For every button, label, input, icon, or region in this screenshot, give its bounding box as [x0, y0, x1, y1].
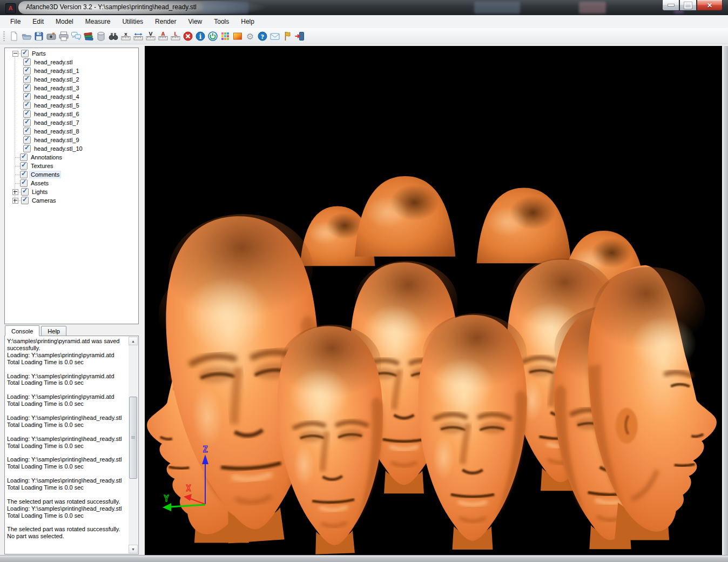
find-binoculars-icon[interactable] [107, 30, 119, 43]
tree-item-annotations[interactable]: Annotations [5, 153, 138, 162]
tree-item-head-ready-stl-6[interactable]: head_ready.stl_6 [5, 110, 138, 118]
scroll-down-arrow-icon[interactable]: ▼ [129, 545, 138, 553]
exit-icon[interactable] [293, 30, 306, 43]
expand-box-icon[interactable] [12, 189, 18, 195]
tree-item-cameras[interactable]: Cameras [5, 196, 138, 205]
comments-icon[interactable] [70, 30, 82, 43]
visibility-checkbox[interactable] [23, 102, 31, 109]
menu-measure[interactable]: Measure [79, 16, 117, 28]
minimize-button[interactable] [662, 0, 679, 11]
material-color-icon[interactable] [231, 30, 244, 43]
tree-item-label[interactable]: Cameras [31, 197, 57, 204]
head-model[interactable] [418, 313, 527, 550]
tree-item-head-ready-stl-2[interactable]: head_ready.stl_2 [5, 75, 138, 84]
visibility-checkbox[interactable] [20, 171, 28, 178]
toolbar-grip-handle[interactable] [3, 31, 5, 41]
tree-item-head-ready-stl-4[interactable]: head_ready.stl_4 [5, 92, 138, 101]
head-model[interactable] [477, 188, 571, 264]
tree-item-head-ready-stl-7[interactable]: head_ready.stl_7 [5, 118, 138, 127]
head-model[interactable] [355, 176, 455, 257]
visibility-checkbox[interactable] [23, 67, 31, 75]
visibility-checkbox[interactable] [21, 50, 29, 57]
color-palette-icon[interactable] [219, 30, 231, 43]
visibility-checkbox[interactable] [23, 119, 31, 126]
tree-item-label[interactable]: Comments [30, 171, 60, 178]
viewport-canvas[interactable]: Z X Y [145, 46, 723, 556]
tree-item-parts[interactable]: Parts [5, 49, 138, 58]
maximize-button[interactable] [679, 0, 697, 11]
measure-distance-icon[interactable] [132, 30, 144, 43]
help-icon[interactable]: ? [256, 30, 268, 43]
visibility-checkbox[interactable] [20, 162, 28, 170]
visibility-checkbox[interactable] [23, 110, 31, 118]
open-file-icon[interactable] [20, 30, 32, 43]
visibility-checkbox[interactable] [20, 153, 28, 161]
tree-item-label[interactable]: head_ready.stl_9 [33, 137, 80, 143]
tab-console[interactable]: Console [5, 325, 39, 336]
visibility-checkbox[interactable] [21, 188, 29, 196]
visibility-checkbox[interactable] [21, 197, 29, 204]
tree-item-label[interactable]: Annotations [30, 154, 63, 160]
tree-item-textures[interactable]: Textures [5, 162, 138, 170]
menu-render[interactable]: Render [149, 16, 182, 28]
scroll-up-arrow-icon[interactable]: ▲ [129, 337, 138, 345]
tree-item-head-ready-stl[interactable]: head_ready.stl [5, 58, 138, 66]
tree-item-lights[interactable]: Lights [5, 188, 138, 196]
email-icon[interactable] [268, 30, 281, 43]
tree-item-assets[interactable]: Assets [5, 179, 138, 188]
flag-icon[interactable] [281, 30, 293, 43]
tree-item-label[interactable]: Textures [30, 163, 55, 169]
close-button[interactable]: ✕ [697, 0, 723, 11]
tree-item-label[interactable]: head_ready.stl_3 [33, 85, 80, 91]
tree-item-comments[interactable]: Comments [5, 170, 138, 179]
solid-model-icon[interactable] [95, 30, 107, 43]
settings-gear-icon[interactable]: ⚙ [244, 30, 256, 43]
tree-item-label[interactable]: head_ready.stl_4 [33, 93, 80, 100]
tree-item-label[interactable]: head_ready.stl_1 [33, 68, 80, 74]
tree-item-label[interactable]: head_ready.stl_8 [33, 128, 80, 135]
power-icon[interactable] [206, 30, 219, 43]
measure-angle-icon[interactable]: A [157, 30, 169, 43]
tree-item-label[interactable]: Parts [31, 50, 47, 57]
tree-item-head-ready-stl-8[interactable]: head_ready.stl_8 [5, 127, 138, 136]
scrollbar-thumb[interactable] [129, 397, 137, 479]
menu-model[interactable]: Model [50, 16, 79, 28]
save-icon[interactable] [32, 30, 45, 43]
tree-item-label[interactable]: head_ready.stl_10 [33, 145, 84, 152]
viewport[interactable]: Z X Y [145, 46, 723, 556]
tree-item-label[interactable]: head_ready.stl_6 [33, 111, 80, 117]
menu-utilities[interactable]: Utilities [116, 16, 149, 28]
tree-item-label[interactable]: head_ready.stl_2 [33, 76, 80, 83]
tree-item-head-ready-stl-9[interactable]: head_ready.stl_9 [5, 136, 138, 144]
snapshot-camera-icon[interactable] [45, 30, 57, 43]
head-model[interactable] [274, 323, 388, 556]
tree-item-label[interactable]: head_ready.stl_7 [33, 119, 80, 126]
head-models[interactable] [147, 176, 717, 556]
measure-v-icon[interactable]: V [144, 30, 157, 43]
visibility-checkbox[interactable] [20, 179, 28, 187]
visibility-checkbox[interactable] [23, 58, 31, 66]
tree-item-label[interactable]: head_ready.stl_5 [33, 102, 80, 109]
visibility-checkbox[interactable] [23, 84, 31, 92]
measure-length-icon[interactable]: L [169, 30, 181, 43]
tree-item-head-ready-stl-5[interactable]: head_ready.stl_5 [5, 101, 138, 110]
visibility-checkbox[interactable] [23, 136, 31, 144]
stop-icon[interactable] [181, 30, 194, 43]
library-books-icon[interactable] [82, 30, 95, 43]
menu-tools[interactable]: Tools [208, 16, 235, 28]
app-icon[interactable]: A [5, 3, 16, 14]
new-document-icon[interactable] [8, 30, 20, 43]
collapse-box-icon[interactable] [12, 51, 18, 57]
tree-item-head-ready-stl-3[interactable]: head_ready.stl_3 [5, 84, 138, 92]
print-icon[interactable] [57, 30, 70, 43]
menu-file[interactable]: File [4, 16, 26, 28]
console-scrollbar[interactable]: ▲ ▼ [129, 337, 138, 553]
tree-item-label[interactable]: Lights [31, 189, 49, 195]
visibility-checkbox[interactable] [23, 145, 31, 152]
tree-item-head-ready-stl-1[interactable]: head_ready.stl_1 [5, 66, 138, 75]
tab-help[interactable]: Help [41, 326, 66, 336]
visibility-checkbox[interactable] [23, 93, 31, 101]
visibility-checkbox[interactable] [23, 76, 31, 83]
tree-item-head-ready-stl-10[interactable]: head_ready.stl_10 [5, 144, 138, 153]
tree-item-label[interactable]: head_ready.stl [33, 59, 73, 65]
